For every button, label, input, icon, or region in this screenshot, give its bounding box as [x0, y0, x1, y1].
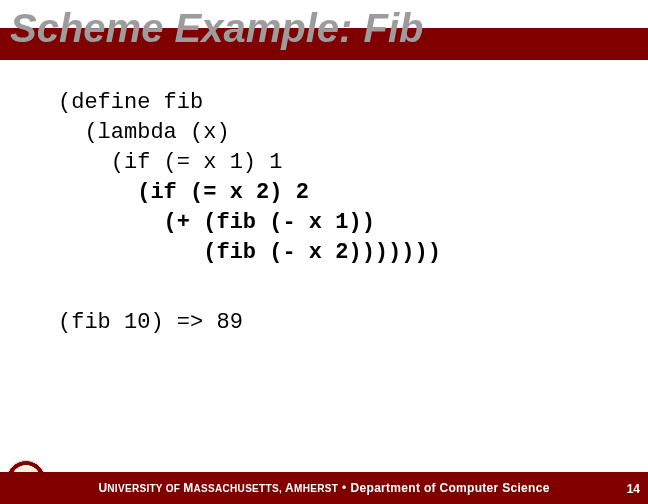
- footer-amh-a: A: [285, 481, 294, 495]
- footer-separator: •: [342, 481, 347, 495]
- code-line-2: (lambda (x): [58, 120, 230, 145]
- code-line-3: (if (= x 1) 1: [58, 150, 282, 175]
- code-line-1: (define fib: [58, 90, 203, 115]
- footer-bar: UNIVERSITY OF MASSACHUSETTS, AMHERST•Dep…: [0, 472, 648, 504]
- footer-text: UNIVERSITY OF MASSACHUSETTS, AMHERST•Dep…: [98, 481, 549, 495]
- footer-dept: Department of Computer Science: [351, 481, 550, 495]
- footer-mass-m: M: [183, 481, 193, 495]
- footer-univ-u: U: [98, 481, 107, 495]
- result-line: (fib 10) => 89: [58, 308, 243, 338]
- code-line-5: (+ (fib (- x 1)): [58, 210, 375, 235]
- code-line-6: (fib (- x 2))))))): [58, 240, 441, 265]
- code-block: (define fib (lambda (x) (if (= x 1) 1 (i…: [58, 88, 441, 268]
- footer-amh-rest: MHERST: [294, 483, 338, 494]
- code-line-4: (if (= x 2) 2: [58, 180, 309, 205]
- footer-univ-rest: NIVERSITY OF: [107, 483, 183, 494]
- slide-title: Scheme Example: Fib: [10, 6, 423, 51]
- page-number: 14: [627, 482, 640, 496]
- footer-mass-rest: ASSACHUSETTS: [194, 483, 279, 494]
